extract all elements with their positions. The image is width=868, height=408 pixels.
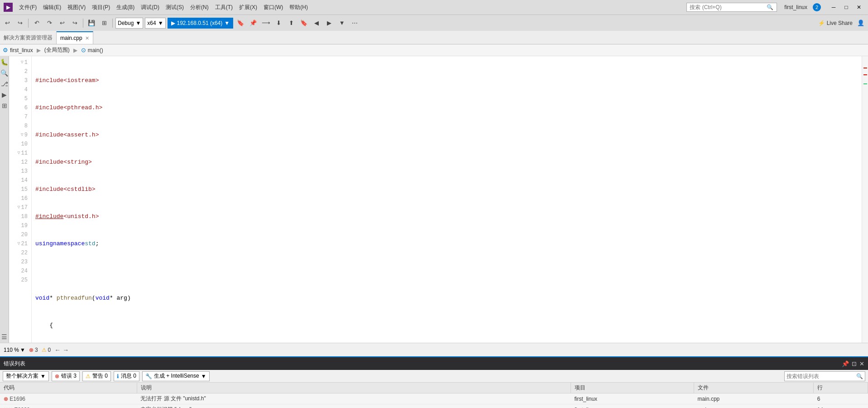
toolbar-undo-btn[interactable]: ↶ [31, 18, 42, 29]
error-row-0[interactable]: ⊗ E1696 无法打开 源 文件 "unistd.h" first_linux… [0, 393, 868, 404]
fp-symbol[interactable]: ⊙ main() [78, 44, 106, 56]
menu-debug[interactable]: 调试(D) [138, 3, 162, 12]
col-desc-header[interactable]: 说明 [137, 383, 571, 393]
err-project: first_linux [571, 404, 694, 408]
close-button[interactable]: ✕ [854, 2, 864, 13]
col-project-header[interactable]: 项目 [571, 383, 694, 393]
ep-undock-btn[interactable]: ⊡ [852, 360, 857, 367]
arch-dropdown[interactable]: x64 ▼ [145, 18, 165, 29]
start-debug-btn[interactable]: ▶ 192.168.0.51 (x64) ▼ [168, 18, 234, 29]
minimize-button[interactable]: ─ [828, 2, 839, 13]
col-line-header[interactable]: 行 [814, 383, 868, 393]
col-file-header[interactable]: 文件 [694, 383, 814, 393]
warn-count[interactable]: ⚠ 0 [42, 347, 51, 353]
main-cpp-tab-close[interactable]: ✕ [85, 35, 89, 41]
fold-9[interactable]: ▽ [18, 131, 24, 140]
ls-git-icon[interactable]: ⎇ [0, 80, 9, 88]
restore-button[interactable]: □ [841, 2, 852, 13]
ep-filter-dropdown[interactable]: 整个解决方案 ▼ [3, 371, 49, 381]
toolbar-redo-btn[interactable]: ↷ [44, 18, 55, 29]
err-file: main.cpp [694, 393, 814, 404]
tab-bar: 解决方案资源管理器 main.cpp ✕ [0, 31, 868, 44]
right-scrollbar-indicator[interactable] [862, 56, 868, 343]
fold-5 [18, 94, 24, 103]
menu-bar: 文件(F) 编辑(E) 视图(V) 项目(P) 生成(B) 调试(D) 测试(S… [16, 3, 311, 12]
ep-error-btn[interactable]: ⊗ 错误 3 [52, 371, 80, 381]
menu-extensions[interactable]: 扩展(X) [236, 3, 260, 12]
toolbar-bookmark-btn[interactable]: 🔖 [235, 18, 246, 29]
liveshare-button[interactable]: ⚡ Live Share [818, 20, 853, 26]
ls-run-icon[interactable]: ▶ [0, 91, 9, 99]
menu-view[interactable]: 视图(V) [65, 3, 88, 12]
toolbar-more-btn[interactable]: ⋯ [349, 18, 360, 29]
toolbar-bookmark2-btn[interactable]: 🔖 [298, 18, 309, 29]
code-line-2: #include <pthread.h> [35, 103, 858, 112]
zoom-arrow: ▼ [20, 347, 25, 353]
ep-search-input[interactable] [786, 373, 854, 379]
toolbar-step-over-btn[interactable]: ⟶ [260, 18, 271, 29]
line-16: 16 [9, 194, 31, 203]
fp-project-label: first_linux [10, 47, 33, 53]
toolbar-nav-next-btn[interactable]: ▶ [324, 18, 335, 29]
menu-build[interactable]: 生成(B) [114, 3, 137, 12]
toolbar-nav-prev-btn[interactable]: ◀ [311, 18, 322, 29]
toolbar-pin-btn[interactable]: 📌 [248, 18, 259, 29]
toolbar-step-into-btn[interactable]: ⬇ [273, 18, 284, 29]
menu-help[interactable]: 帮助(H) [287, 3, 311, 12]
menu-test[interactable]: 测试(S) [163, 3, 187, 12]
code-content[interactable]: #include <iostream> #include <pthread.h>… [32, 56, 862, 343]
notification-badge[interactable]: 2 [813, 3, 821, 11]
toolbar-step-out-btn[interactable]: ⬆ [286, 18, 297, 29]
error-count[interactable]: ⊗ 3 [29, 347, 38, 353]
error-panel-toolbar: 整个解决方案 ▼ ⊗ 错误 3 ⚠ 警告 0 ℹ 消息 0 🔧 生成 + Int… [0, 370, 868, 383]
error-row-1[interactable]: ✖✖ E0020 未定义标识符 "sleep" first_linux main… [0, 404, 868, 408]
fold-1[interactable]: ▽ [18, 58, 24, 67]
toolbar-back-btn[interactable]: ↩ [2, 18, 13, 29]
search-input[interactable] [690, 4, 767, 10]
ls-search-icon[interactable]: 🔍 [0, 69, 9, 77]
ep-pin-btn[interactable]: 📌 [842, 360, 849, 367]
fp-project[interactable]: ⚙ first_linux [0, 44, 36, 56]
nav-next-btn[interactable]: → [62, 346, 69, 354]
toolbar-undo2-btn[interactable]: ↩ [57, 18, 67, 29]
ep-build-arrow: ▼ [201, 373, 206, 379]
file-path-bar: ⚙ first_linux ▶ (全局范围) ▶ ⊙ main() [0, 44, 868, 56]
fold-17[interactable]: ▽ [15, 203, 20, 212]
liveshare-settings-btn[interactable]: 👤 [855, 18, 866, 29]
ls-debug-icon[interactable]: 🐛 [0, 58, 9, 66]
toolbar-redo2-btn[interactable]: ↪ [69, 18, 80, 29]
solution-explorer-tab[interactable]: 解决方案资源管理器 [0, 31, 57, 44]
menu-window[interactable]: 窗口(W) [261, 3, 286, 12]
nav-prev-btn[interactable]: ← [54, 346, 61, 354]
col-code-header[interactable]: 代码 [0, 383, 137, 393]
menu-edit[interactable]: 编辑(E) [40, 3, 64, 12]
ls-ext-icon[interactable]: ⊞ [0, 102, 9, 110]
menu-analyze[interactable]: 分析(N) [187, 3, 211, 12]
menu-project[interactable]: 项目(P) [89, 3, 113, 12]
menu-file[interactable]: 文件(F) [16, 3, 39, 12]
ep-search[interactable]: 🔍 [784, 371, 865, 381]
ls-more-icon[interactable]: ☰ [0, 333, 9, 341]
toolbar-nav-down-btn[interactable]: ▼ [336, 18, 347, 29]
main-cpp-tab[interactable]: main.cpp ✕ [57, 31, 93, 44]
error-table-body: ⊗ E1696 无法打开 源 文件 "unistd.h" first_linux… [0, 393, 868, 408]
toolbar-fwd-btn[interactable]: ↪ [14, 18, 25, 29]
zoom-control[interactable]: 110 % ▼ [4, 347, 25, 353]
ep-warn-btn[interactable]: ⚠ 警告 0 [82, 371, 111, 381]
fp-scope[interactable]: (全局范围) [42, 44, 72, 56]
ep-filter-arrow: ▼ [40, 373, 46, 379]
ep-info-btn[interactable]: ℹ 消息 0 [114, 371, 139, 381]
ep-build-btn[interactable]: 🔧 生成 + IntelliSense ▼ [142, 371, 210, 381]
ep-info-icon: ℹ [117, 373, 119, 379]
ep-close-btn[interactable]: ✕ [859, 360, 864, 367]
fold-21[interactable]: ▽ [15, 239, 20, 248]
search-box[interactable]: 🔍 [686, 3, 777, 12]
code-editor[interactable]: ▽1 2 3 4 5 6 7 8 ▽9 10 ▽11 12 13 14 15 1… [9, 56, 868, 343]
toolbar-saveall-btn[interactable]: ⊞ [99, 18, 110, 29]
window-controls: ─ □ ✕ [828, 2, 864, 13]
line-21: ▽21 [9, 239, 31, 248]
menu-tools[interactable]: 工具(T) [212, 3, 235, 12]
fold-11[interactable]: ▽ [15, 149, 20, 158]
debug-config-dropdown[interactable]: Debug ▼ [115, 18, 143, 29]
toolbar-save-btn[interactable]: 💾 [86, 18, 97, 29]
